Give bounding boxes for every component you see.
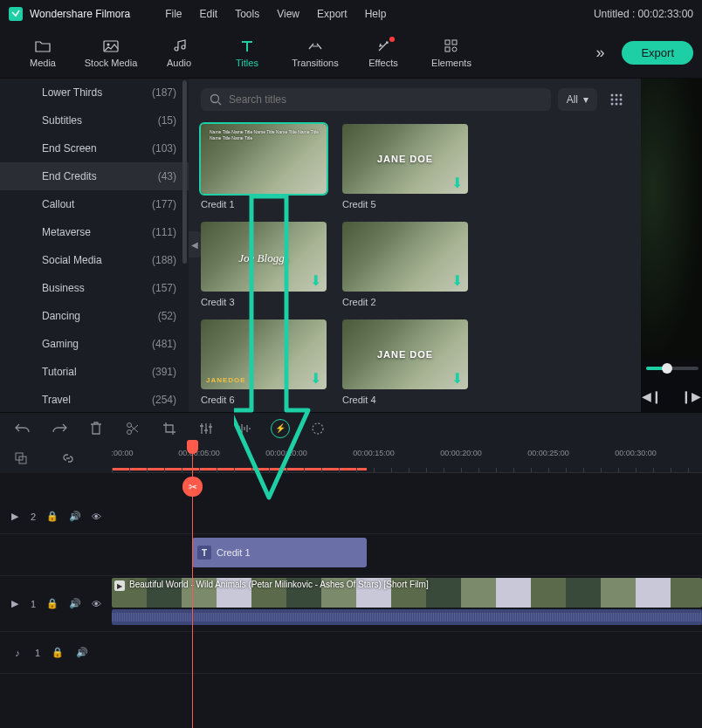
download-icon[interactable]: ⬇	[307, 272, 323, 288]
export-button[interactable]: Export	[622, 41, 693, 65]
project-info: Untitled : 00:02:33:00	[594, 8, 693, 20]
tab-audio[interactable]: Audio	[145, 31, 213, 75]
thumb-credit-5[interactable]: JANE DOE⬇ Credit 5	[342, 124, 468, 209]
svg-rect-4	[445, 47, 450, 52]
visibility-icon[interactable]: 👁	[92, 599, 101, 609]
visibility-icon[interactable]: 👁	[92, 512, 101, 522]
sidebar-collapse-handle[interactable]: ◀	[189, 231, 201, 258]
timeline-toolbar: ⚡	[0, 412, 702, 443]
elements-icon	[444, 38, 459, 54]
thumb-credit-6[interactable]: JANEDOE⬇ Credit 6	[201, 319, 327, 405]
speed-button[interactable]: ⚡	[271, 419, 290, 438]
category-end-credits[interactable]: End Credits(43)	[0, 162, 189, 190]
titles-icon	[239, 38, 255, 54]
tab-effects[interactable]: Effects	[349, 31, 417, 75]
svg-point-9	[620, 94, 623, 97]
tab-media[interactable]: Media	[9, 31, 77, 75]
svg-point-8	[616, 94, 618, 97]
timeline-link-icon[interactable]	[61, 451, 75, 465]
crop-button[interactable]	[161, 420, 178, 437]
timeline-ruler[interactable]: :00:00 00:00:05:00 00:00:10:00 00:00:15:…	[112, 443, 702, 473]
grid-view-toggle[interactable]	[604, 87, 629, 112]
download-icon[interactable]: ⬇	[449, 175, 465, 190]
svg-point-14	[616, 103, 618, 106]
music-icon	[171, 38, 187, 54]
category-social-media[interactable]: Social Media(188)	[0, 246, 189, 274]
category-sidebar: Lower Thirds(187) Subtitles(15) End Scre…	[0, 79, 189, 412]
redo-button[interactable]	[51, 420, 68, 437]
category-dancing[interactable]: Dancing(52)	[0, 302, 189, 330]
menu-help[interactable]: Help	[365, 8, 387, 20]
transitions-icon	[307, 38, 323, 54]
category-gaming[interactable]: Gaming(481)	[0, 330, 189, 358]
thumb-credit-4[interactable]: JANE DOE⬇ Credit 4	[342, 319, 468, 405]
category-tutorial[interactable]: Tutorial(391)	[0, 358, 189, 386]
svg-point-6	[211, 95, 219, 103]
category-callout[interactable]: Callout(177)	[0, 190, 189, 218]
thumb-credit-3[interactable]: Joe Bloggs⬇ Credit 3	[201, 222, 327, 307]
stock-icon	[103, 38, 119, 54]
svg-point-1	[107, 43, 110, 45]
mute-icon[interactable]: 🔊	[69, 598, 81, 609]
undo-button[interactable]	[14, 420, 31, 437]
lock-icon[interactable]: 🔒	[46, 511, 58, 522]
category-subtitles[interactable]: Subtitles(15)	[0, 106, 189, 134]
category-metaverse[interactable]: Metaverse(111)	[0, 218, 189, 246]
titles-browser: All ▾ Name Title Name Title Name Title N…	[189, 79, 641, 412]
prev-frame-button[interactable]: ◀❙	[642, 389, 662, 403]
svg-point-11	[616, 99, 618, 101]
audio-edit-button[interactable]	[234, 420, 251, 437]
category-travel[interactable]: Travel(254)	[0, 386, 189, 412]
next-frame-button[interactable]: ❙▶	[681, 389, 701, 403]
category-end-screen[interactable]: End Screen(103)	[0, 134, 189, 162]
thumb-credit-1[interactable]: Name Title Name Title Name Title Name Ti…	[201, 124, 327, 209]
mute-icon[interactable]: 🔊	[69, 511, 81, 522]
menu-edit[interactable]: Edit	[200, 8, 218, 20]
volume-slider[interactable]	[646, 367, 699, 370]
lock-icon[interactable]: 🔒	[46, 598, 58, 609]
preview-viewport	[641, 79, 702, 360]
menu-export[interactable]: Export	[317, 8, 348, 20]
preview-panel: ◀❙ ❙▶	[641, 79, 702, 412]
timeline: :00:00 00:00:05:00 00:00:10:00 00:00:15:…	[0, 443, 702, 728]
thumb-credit-2[interactable]: ⬇ Credit 2	[342, 222, 468, 307]
mute-icon[interactable]: 🔊	[75, 647, 89, 658]
lock-icon[interactable]: 🔒	[51, 647, 65, 658]
svg-rect-2	[445, 40, 450, 45]
timeline-snap-icon[interactable]	[14, 451, 28, 465]
thumbnails-grid: Name Title Name Title Name Title Name Ti…	[189, 120, 641, 409]
color-button[interactable]	[309, 420, 327, 437]
category-lower-thirds[interactable]: Lower Thirds(187)	[0, 79, 189, 106]
search-input[interactable]	[229, 93, 542, 106]
adjust-button[interactable]	[197, 420, 215, 437]
download-icon[interactable]: ⬇	[449, 272, 465, 288]
svg-point-16	[127, 422, 132, 427]
tab-stock-media[interactable]: Stock Media	[77, 31, 145, 75]
download-icon[interactable]: ⬇	[307, 370, 323, 386]
tab-titles[interactable]: Titles	[213, 31, 281, 75]
more-tabs-icon[interactable]: »	[595, 44, 604, 62]
clip-audio-waveform[interactable]	[112, 609, 702, 625]
playhead-split-icon[interactable]: ✂	[182, 477, 203, 497]
filter-dropdown[interactable]: All ▾	[558, 88, 597, 111]
delete-button[interactable]	[87, 420, 105, 437]
media-tabs: Media Stock Media Audio Titles Transitio…	[0, 28, 702, 79]
svg-point-10	[611, 99, 614, 101]
folder-icon	[35, 38, 51, 54]
clip-video[interactable]: ▶ Beautiful World - Wild Animals (Petar …	[112, 578, 702, 608]
main-panel: Lower Thirds(187) Subtitles(15) End Scre…	[0, 79, 702, 412]
split-button[interactable]	[124, 420, 141, 437]
tab-elements[interactable]: Elements	[417, 31, 485, 75]
app-logo-icon	[9, 7, 23, 21]
menu-view[interactable]: View	[277, 8, 299, 20]
menu-file[interactable]: File	[165, 8, 182, 20]
menu-tools[interactable]: Tools	[235, 8, 259, 20]
titlebar: Wondershare Filmora File Edit Tools View…	[0, 0, 702, 28]
category-business[interactable]: Business(157)	[0, 274, 189, 302]
search-box[interactable]	[201, 88, 551, 111]
download-icon[interactable]: ⬇	[449, 370, 465, 386]
clip-title[interactable]: T Credit 1	[192, 538, 367, 567]
tab-transitions[interactable]: Transitions	[281, 31, 349, 75]
app-name: Wondershare Filmora	[30, 8, 130, 20]
playhead[interactable]: ✂	[192, 443, 193, 728]
